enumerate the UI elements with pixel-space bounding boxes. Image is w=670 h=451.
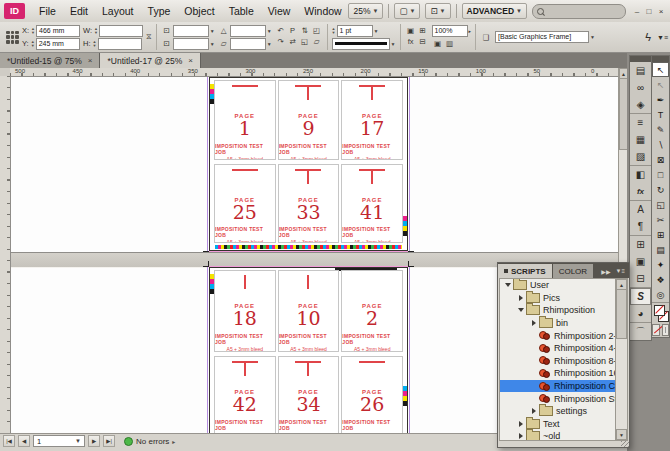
rotate-90-ccw-icon[interactable]: ↶ (275, 25, 287, 36)
tree-folder-user[interactable]: User (500, 279, 617, 292)
opacity-field[interactable]: 100% (432, 25, 468, 37)
x-position-field[interactable]: 466 mm (36, 25, 80, 37)
control-panel-menu-icon[interactable]: ▼≡ (657, 34, 668, 41)
close-tab-icon[interactable]: × (188, 56, 193, 65)
hand-tool[interactable]: ❖ (652, 272, 669, 287)
glyphs-panel-icon[interactable]: A (630, 200, 651, 218)
select-container-icon[interactable]: ◱ (299, 36, 311, 47)
zoom-level-dropdown[interactable]: 25%▼ (348, 3, 383, 19)
quick-apply-icon[interactable]: ϟ (645, 31, 651, 43)
next-page-button[interactable]: ▶ (88, 435, 100, 447)
page-number-field[interactable]: 1▼ (33, 435, 85, 447)
drop-shadow-icon[interactable]: ▣ (405, 25, 417, 36)
tree-folder-rhimposition[interactable]: Rhimposition (500, 304, 617, 317)
pencil-tool[interactable]: ✎ (652, 122, 669, 137)
document-tab-1[interactable]: *Untitled-15 @ 75%× (0, 53, 100, 68)
selection-tool[interactable]: ↖ (652, 62, 669, 77)
zoom-tool[interactable]: ◎ (652, 287, 669, 302)
apply-gradient-button[interactable] (662, 324, 670, 336)
apply-none-button[interactable] (652, 324, 660, 336)
rotate-90-cw-icon[interactable]: ↷ (275, 36, 287, 47)
menu-layout[interactable]: Layout (95, 2, 141, 20)
menu-object[interactable]: Object (177, 2, 221, 20)
scripts-panel-icon[interactable]: S (630, 287, 651, 305)
menu-edit[interactable]: Edit (63, 2, 95, 20)
scripts-scrollbar[interactable]: ▲ ▼ (615, 278, 628, 441)
y-position-field[interactable]: 245 mm (36, 38, 80, 50)
previous-page-button[interactable]: ◀ (18, 435, 30, 447)
height-field[interactable] (98, 38, 142, 50)
constrain-proportions-icon[interactable]: ⧖ (146, 32, 152, 42)
flip-vertical-icon[interactable]: ⇅ (299, 25, 311, 36)
menu-file[interactable]: File (32, 2, 63, 20)
panel-menu-icon[interactable]: ▼≡ (616, 268, 625, 275)
tree-folder-settings[interactable]: settings (500, 405, 617, 418)
tab-color[interactable]: COLOR (553, 264, 593, 278)
panel-resize-grip[interactable] (621, 441, 629, 447)
story-panel-icon[interactable]: ¶ (630, 218, 651, 235)
frame-panel-icon[interactable]: ⊞ (630, 235, 651, 253)
layers-panel-icon[interactable]: ◈ (630, 96, 651, 113)
width-field[interactable] (99, 25, 143, 37)
menu-window[interactable]: Window (297, 2, 348, 20)
align-panel-icon[interactable]: ⊟ (630, 270, 651, 287)
scroll-down-icon[interactable]: ▼ (616, 429, 627, 440)
scale-tool[interactable]: ◱ (652, 197, 669, 212)
note-tool[interactable]: ▤ (652, 242, 669, 257)
expander-icon[interactable] (516, 295, 526, 301)
preview-p-icon[interactable]: P (287, 25, 299, 36)
tree-script-rhimposition-cut-stack[interactable]: Rhimposition Cut&Stack (500, 380, 617, 393)
stroke-panel-icon[interactable]: ≡ (630, 113, 651, 131)
tab-scripts[interactable]: SCRIPTS (498, 264, 552, 278)
pen-tool[interactable]: ✒ (652, 92, 669, 107)
object-style-dropdown[interactable]: [Basic Graphics Frame] (495, 31, 589, 43)
expander-icon[interactable] (529, 408, 539, 414)
wrap-around-icon[interactable]: ▥ (444, 38, 456, 49)
eyedropper-tool[interactable]: ✦ (652, 257, 669, 272)
preflight-menu-icon[interactable]: ▸ (172, 438, 175, 445)
search-input[interactable] (532, 4, 626, 19)
tree-folder-text[interactable]: Text (500, 418, 617, 431)
expander-icon[interactable] (516, 421, 526, 427)
line-tool[interactable]: ∖ (652, 137, 669, 152)
type-tool[interactable]: T (652, 107, 669, 122)
rotate-tool[interactable]: ↻ (652, 182, 669, 197)
menu-view[interactable]: View (261, 2, 298, 20)
shear-icon[interactable]: ▱ (311, 36, 323, 47)
screen-mode-dropdown[interactable]: ⊡▼ (425, 3, 450, 19)
states-panel-icon[interactable]: ▣ (630, 253, 651, 270)
stroke-type-dropdown[interactable] (332, 38, 390, 50)
preflight-panel-icon[interactable]: ⌒ (630, 322, 651, 340)
scripts-scrollbar-thumb[interactable] (616, 289, 627, 339)
links-panel-icon[interactable]: ∞ (630, 79, 651, 96)
reference-point-proxy[interactable] (6, 31, 19, 44)
tree-script-rhimposition-step-repeat[interactable]: Rhimposition Step&Repeat (500, 392, 617, 405)
stroke-weight-field[interactable]: 1 pt (337, 25, 373, 37)
gradient-panel-icon[interactable]: ▨ (630, 148, 651, 165)
fit-frame-icon[interactable]: ⊞ (417, 25, 429, 36)
workspace-switcher[interactable]: ADVANCED▼ (462, 3, 528, 19)
tree-folder-pics[interactable]: Pics (500, 292, 617, 305)
minimize-button[interactable]: – (631, 7, 643, 16)
expander-icon[interactable] (516, 308, 526, 312)
shear-angle-field[interactable] (230, 38, 266, 50)
fx-panel-icon[interactable]: fx (630, 183, 651, 200)
restore-button[interactable]: □ (643, 7, 655, 16)
frame-tool[interactable]: ⊠ (652, 152, 669, 167)
tree-folder--old[interactable]: ~old (500, 430, 617, 441)
tree-folder-bin[interactable]: bin (500, 317, 617, 330)
color-panel-icon[interactable]: ◕ (630, 305, 651, 322)
last-page-button[interactable]: ▶| (103, 435, 115, 447)
close-tab-icon[interactable]: × (88, 56, 93, 65)
fill-color-swatch[interactable] (654, 305, 665, 316)
swatches-panel-icon[interactable]: ▦ (630, 131, 651, 148)
free-transform-tool[interactable]: ⊞ (652, 227, 669, 242)
expander-icon[interactable] (529, 320, 539, 326)
fit-content-icon[interactable]: ⊟ (417, 36, 429, 47)
document-tab-2[interactable]: *Untitled-17 @ 25%× (100, 53, 200, 68)
tree-script-rhimposition-2-up[interactable]: Rhimposition 2-Up (500, 329, 617, 342)
expander-icon[interactable] (503, 283, 513, 287)
menu-table[interactable]: Table (222, 2, 261, 20)
scissors-tool[interactable]: ✂ (652, 212, 669, 227)
scale-y-field[interactable] (173, 38, 209, 50)
